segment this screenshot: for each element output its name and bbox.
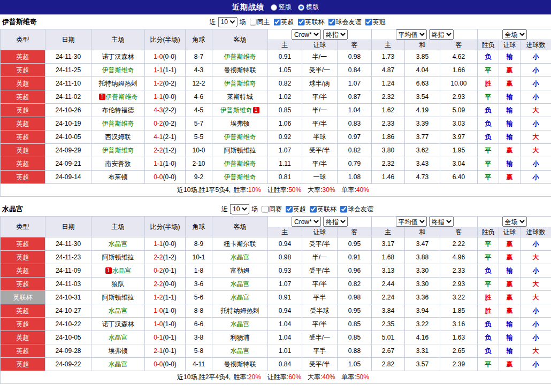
checkbox-input[interactable]: [365, 18, 372, 25]
team-link[interactable]: 埃弗顿: [109, 347, 128, 355]
team-link[interactable]: 托特纳姆热刺: [221, 307, 259, 314]
filter-checkbox-1[interactable]: 英超: [274, 17, 294, 26]
match-date: 24-09-21: [45, 157, 91, 171]
summary-stat-label: 单率:: [342, 186, 356, 194]
away-team: 水晶宫: [212, 318, 268, 331]
match-row: 英超24-11-25伊普斯维奇1-1(1-1)4-3曼彻斯特联1.05受半/一0…: [1, 64, 551, 77]
filter-checkbox-1[interactable]: 英超: [286, 204, 306, 213]
filter-checkbox-0[interactable]: 同赛: [262, 204, 282, 213]
team-link[interactable]: 阿斯顿维拉: [224, 147, 256, 154]
odds-company-select[interactable]: Crow*: [292, 217, 321, 227]
match-date: 24-11-30: [45, 237, 91, 251]
team-link[interactable]: 水晶宫: [109, 307, 128, 314]
team-link[interactable]: 埃弗顿: [231, 120, 250, 127]
team-link[interactable]: 水晶宫: [109, 360, 128, 368]
checkbox-input[interactable]: [340, 205, 347, 212]
team-link[interactable]: 水晶宫: [231, 253, 250, 261]
team-link[interactable]: 诺丁汉森林: [102, 53, 134, 60]
team-link[interactable]: 布伦特福德: [102, 106, 134, 114]
team-link[interactable]: 伊普斯维奇: [106, 93, 138, 101]
checkbox-input[interactable]: [286, 205, 293, 212]
match-count-select[interactable]: 10: [218, 17, 238, 27]
results-table: 类型日期主场比分(半场)角球客场Crow*终指平均值终指全场主让球客主和客胜负让…: [0, 216, 551, 384]
match-count-select[interactable]: 10: [230, 204, 249, 214]
asia-away-odds: 0.82: [338, 278, 372, 291]
team-link[interactable]: 南安普敦: [105, 160, 131, 167]
fulltime-score: 2-2: [154, 253, 163, 261]
filter-checkbox-3[interactable]: 球会友谊: [340, 204, 373, 213]
team-link[interactable]: 伊普斯维奇: [224, 53, 256, 60]
col-header: 客场: [212, 29, 268, 50]
team-link[interactable]: 伊普斯维奇: [220, 106, 252, 114]
odds-final-select[interactable]: 终指: [323, 217, 348, 227]
filter-checkbox-2[interactable]: 英联杯: [310, 204, 336, 213]
avg-final-select[interactable]: 终指: [429, 217, 454, 227]
team-link[interactable]: 伊普斯维奇: [224, 160, 256, 167]
layout-option-horizontal[interactable]: 横版: [298, 3, 319, 12]
team-link[interactable]: 利物浦: [231, 334, 250, 341]
home-team: 1水晶宫: [91, 264, 145, 278]
corner-count: 4-6: [186, 90, 212, 104]
team-link[interactable]: 水晶宫: [231, 320, 250, 328]
team-link[interactable]: 水晶宫: [109, 334, 128, 341]
away-team: 水晶宫: [212, 344, 268, 358]
filter-checkbox-3[interactable]: 球会友谊: [328, 17, 362, 26]
outcome-result: 负: [478, 130, 499, 144]
team-link[interactable]: 伊普斯维奇: [102, 147, 134, 154]
team-link[interactable]: 伊普斯维奇: [102, 66, 134, 74]
team-link[interactable]: 伊普斯维奇: [224, 173, 256, 181]
team-link[interactable]: 水晶宫: [231, 347, 250, 355]
away-team: 纽卡斯尔联: [212, 237, 268, 251]
team-link[interactable]: 伊普斯维奇: [224, 80, 256, 87]
asia-home-odds: 1.04: [268, 318, 302, 331]
goals-result: 大: [521, 291, 551, 304]
team-link[interactable]: 阿斯顿维拉: [102, 253, 134, 261]
team-link[interactable]: 阿斯顿维拉: [102, 294, 134, 301]
layout-option-vertical[interactable]: 竖版: [271, 3, 292, 12]
checkbox-input[interactable]: [274, 18, 281, 25]
avg-value-select[interactable]: 平均值: [396, 217, 427, 227]
avg-final-select[interactable]: 终指: [429, 29, 454, 40]
team-link[interactable]: 狼队: [112, 280, 125, 288]
team-link[interactable]: 纽卡斯尔联: [224, 240, 256, 248]
filter-checkbox-0[interactable]: 同主: [250, 17, 270, 26]
team-link[interactable]: 布莱顿: [109, 173, 128, 181]
checkbox-input[interactable]: [262, 205, 269, 212]
team-link[interactable]: 莱斯特城: [227, 93, 253, 101]
team-link[interactable]: 曼彻斯特联: [224, 66, 256, 74]
filter-checkbox-2[interactable]: 英联杯: [298, 17, 325, 26]
col-header: 让球: [499, 40, 521, 50]
team-link[interactable]: 伊普斯维奇: [224, 133, 256, 141]
team-link[interactable]: 伊普斯维奇: [102, 120, 134, 127]
checkbox-label: 英超: [293, 204, 306, 213]
checkbox-input[interactable]: [250, 18, 257, 25]
scope-select[interactable]: 全场: [502, 217, 527, 227]
team-link[interactable]: 水晶宫: [112, 267, 132, 274]
asia-handicap: 受半球: [302, 304, 338, 318]
checkbox-input[interactable]: [310, 205, 317, 212]
team-link[interactable]: 诺丁汉森林: [102, 320, 134, 328]
match-date: 24-11-02: [45, 90, 91, 104]
team-link[interactable]: 水晶宫: [109, 240, 128, 248]
match-date: 24-10-22: [45, 318, 91, 331]
corner-count: 3-8: [186, 331, 212, 344]
team-link[interactable]: 水晶宫: [231, 280, 250, 288]
odds-company-select[interactable]: Crow*: [292, 29, 321, 40]
checkbox-input[interactable]: [298, 18, 305, 25]
avg-value-select[interactable]: 平均值: [396, 29, 427, 40]
checkbox-input[interactable]: [328, 18, 335, 25]
filter-checkbox-4[interactable]: 英冠: [365, 17, 386, 26]
odds-final-select[interactable]: 终指: [323, 29, 348, 40]
goals-result: 大: [521, 251, 551, 264]
euro-away-odds: 2.65: [440, 344, 478, 358]
euro-away-odds: 1.66: [440, 64, 478, 77]
scope-select[interactable]: 全场: [502, 29, 527, 40]
team-link[interactable]: 水晶宫: [231, 294, 250, 301]
euro-home-odds: 2.32: [372, 90, 405, 104]
asia-handicap: 平半: [302, 291, 338, 304]
team-link[interactable]: 托特纳姆热刺: [99, 80, 137, 87]
team-link[interactable]: 曼彻斯特联: [224, 360, 256, 368]
col-header: 客: [338, 227, 372, 237]
team-link[interactable]: 西汉姆联: [105, 133, 131, 141]
team-link[interactable]: 富勒姆: [231, 267, 250, 274]
